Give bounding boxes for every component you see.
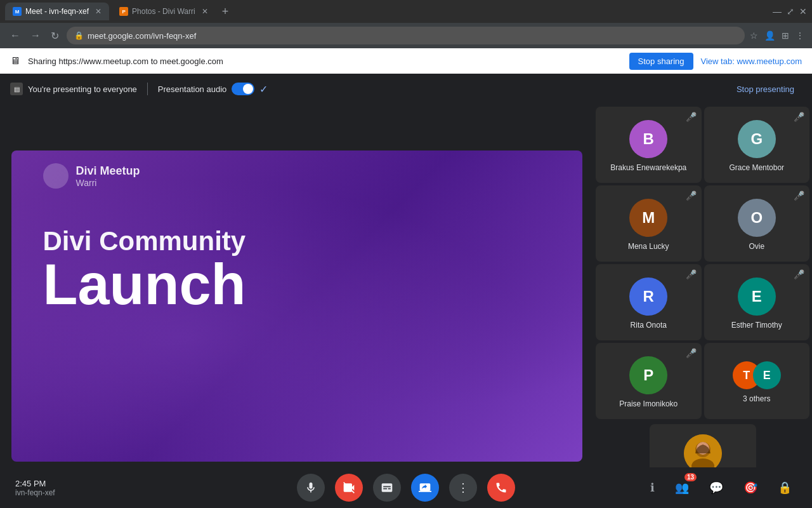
meet-favicon: M <box>13 7 22 16</box>
url-bar[interactable]: 🔒 meet.google.com/ivn-feqn-xef <box>67 27 745 44</box>
name-rita: Rita Onota <box>631 321 667 330</box>
microphone-button[interactable] <box>297 474 325 502</box>
tab-meet-close[interactable]: ✕ <box>95 7 102 16</box>
stop-presenting-button[interactable]: Stop presenting <box>729 81 802 98</box>
share-screen-button[interactable] <box>411 474 439 502</box>
you-photo-svg <box>684 434 722 472</box>
avatar-you <box>684 434 722 472</box>
slide-title: Launch <box>43 256 551 313</box>
name-others: 3 others <box>743 394 770 403</box>
name-grace: Grace Mentobor <box>729 163 784 172</box>
participant-tile-ovie[interactable]: 🎤 O Ovie <box>704 185 810 262</box>
slide-logo-text-group: Divi Meetup Warri <box>76 164 140 188</box>
chat-button[interactable]: 💬 <box>704 476 728 500</box>
address-bar-right: ☆ 👤 ⊞ ⋮ <box>750 30 804 41</box>
participant-tile-mena[interactable]: 🎤 M Mena Lucky <box>596 185 702 262</box>
mute-icon-esther: 🎤 <box>794 269 804 279</box>
slide-logo-circle <box>43 163 69 189</box>
info-button[interactable]: ℹ <box>645 476 660 500</box>
tab-meet-label: Meet - ivn-feqn-xef <box>25 7 89 16</box>
extensions-icon[interactable]: ⊞ <box>782 30 789 41</box>
slide-subtitle: Divi Community <box>43 227 551 256</box>
avatar-praise: P <box>629 356 667 394</box>
stop-sharing-button[interactable]: Stop sharing <box>629 53 693 70</box>
mute-icon-praise: 🎤 <box>686 348 697 358</box>
view-tab-link[interactable]: View tab: www.meetup.com <box>701 57 802 66</box>
participant-tile-brakus[interactable]: 🎤 B Brakus Enewarekekpa <box>596 107 702 183</box>
presenting-text: You're presenting to everyone <box>28 84 137 94</box>
sharing-banner: 🖥 Sharing https://www.meetup.com to meet… <box>0 48 812 74</box>
presenting-badge: ▤ You're presenting to everyone <box>10 83 137 95</box>
microphone-icon <box>304 481 317 494</box>
audio-toggle-switch[interactable] <box>232 83 254 95</box>
slide-main-text: Divi Community Launch <box>43 227 551 313</box>
sharing-text: Sharing https://www.meetup.com to meet.g… <box>28 57 622 66</box>
name-ovie: Ovie <box>749 242 764 251</box>
security-button[interactable]: 🔒 <box>773 476 797 500</box>
avatar-ovie: O <box>738 199 776 237</box>
back-button[interactable]: ← <box>8 27 23 44</box>
avatar-grace: G <box>738 120 776 158</box>
tab-bar-close[interactable]: ✕ <box>799 6 807 17</box>
lock-icon: 🔒 <box>74 31 84 40</box>
participant-tile-others[interactable]: T E 3 others <box>704 343 810 419</box>
participant-grid: 🎤 B Brakus Enewarekekpa 🎤 G Grace Mentob… <box>596 107 809 419</box>
name-mena: Mena Lucky <box>628 242 669 251</box>
end-call-icon <box>495 481 508 494</box>
mute-icon-grace: 🎤 <box>794 112 804 122</box>
bookmark-icon[interactable]: ☆ <box>750 30 758 41</box>
url-text: meet.google.com/ivn-feqn-xef <box>88 31 196 41</box>
browser-frame: M Meet - ivn-feqn-xef ✕ P Photos - Divi … <box>0 0 812 104</box>
slide-logo-sub: Warri <box>76 178 140 188</box>
name-esther: Esther Timothy <box>731 321 782 330</box>
present-icon: ▤ <box>10 83 23 95</box>
participant-tile-esther[interactable]: 🎤 E Esther Timothy <box>704 264 810 340</box>
activities-button[interactable]: 🎯 <box>738 476 763 500</box>
avatar-others-e: E <box>753 361 781 389</box>
avatar-mena: M <box>629 199 667 237</box>
tab-meet[interactable]: M Meet - ivn-feqn-xef ✕ <box>5 3 109 20</box>
meet-toolbar: ▤ You're presenting to everyone Presenta… <box>0 74 812 104</box>
avatar-brakus: B <box>629 120 667 158</box>
participants-panel: 🎤 B Brakus Enewarekekpa 🎤 G Grace Mentob… <box>593 104 812 508</box>
meeting-id: ivn-feqn-xef <box>15 488 55 497</box>
participant-tile-grace[interactable]: 🎤 G Grace Mentobor <box>704 107 810 183</box>
participant-tile-praise[interactable]: 🎤 P Praise Imonikoko <box>596 343 702 419</box>
refresh-button[interactable]: ↻ <box>48 27 62 44</box>
tab-bar-expand[interactable]: ⤢ <box>787 6 794 17</box>
name-praise: Praise Imonikoko <box>619 399 678 408</box>
slide-container: Divi Meetup Warri Divi Community Launch <box>11 150 582 462</box>
toolbar-divider <box>147 83 148 95</box>
tab-photos-close[interactable]: ✕ <box>202 7 208 16</box>
mute-icon-brakus: 🎤 <box>686 112 697 122</box>
camera-button[interactable] <box>335 474 363 502</box>
avatar-rita: R <box>629 277 667 316</box>
captions-icon <box>381 481 393 494</box>
tab-bar: M Meet - ivn-feqn-xef ✕ P Photos - Divi … <box>0 0 812 23</box>
end-call-button[interactable] <box>487 474 515 502</box>
more-options-button[interactable]: ⋮ <box>449 474 477 502</box>
presentation-area: Divi Meetup Warri Divi Community Launch <box>0 104 593 508</box>
participant-tile-rita[interactable]: 🎤 R Rita Onota <box>596 264 702 340</box>
bottom-toolbar: 2:45 PM ivn-feqn-xef ⋮ ℹ 👥 13 <box>0 467 812 508</box>
mute-icon-ovie: 🎤 <box>794 190 804 201</box>
audio-label: Presentation audio <box>158 84 226 94</box>
audio-toggle: Presentation audio ✓ <box>158 83 268 95</box>
new-tab-button[interactable]: + <box>218 5 233 18</box>
tab-photos[interactable]: P Photos - Divi Warri ✕ <box>112 3 216 20</box>
main-content: Divi Meetup Warri Divi Community Launch … <box>0 104 812 508</box>
address-bar: ← → ↻ 🔒 meet.google.com/ivn-feqn-xef ☆ 👤… <box>0 23 812 48</box>
tab-photos-label: Photos - Divi Warri <box>132 7 195 16</box>
name-brakus: Brakus Enewarekekpa <box>610 163 686 172</box>
forward-button[interactable]: → <box>28 27 43 44</box>
menu-icon[interactable]: ⋮ <box>796 30 804 41</box>
tab-bar-minimize[interactable]: — <box>773 6 782 17</box>
tab-bar-right: — ⤢ ✕ <box>773 6 807 17</box>
avatar-esther: E <box>738 277 776 316</box>
profile-icon[interactable]: 👤 <box>764 30 775 41</box>
photos-favicon: P <box>119 7 128 16</box>
multi-avatar-others: T E <box>733 361 781 389</box>
captions-button[interactable] <box>373 474 401 502</box>
slide-logo-text: Divi Meetup <box>76 164 140 178</box>
sharing-icon: 🖥 <box>10 55 20 67</box>
